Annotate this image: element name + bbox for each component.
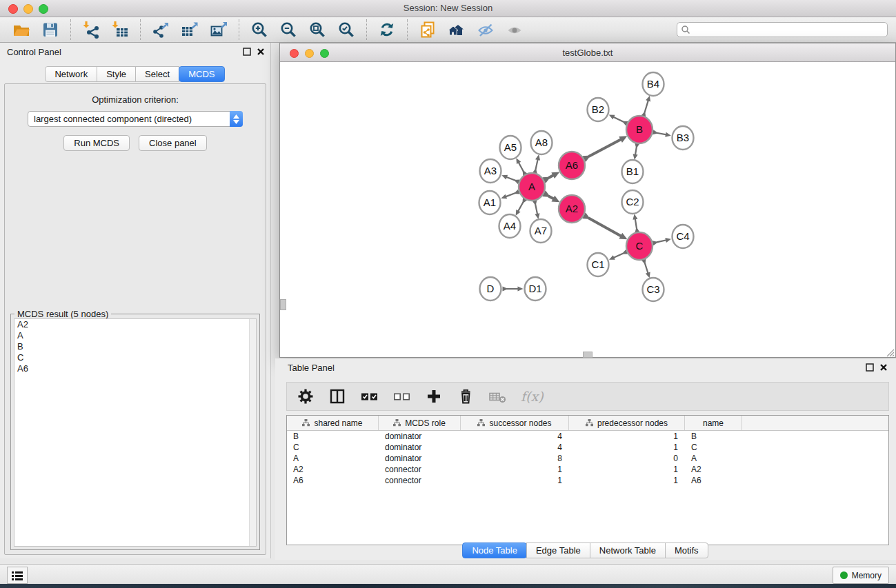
memory-button[interactable]: Memory xyxy=(833,567,889,584)
zoom-fit-button[interactable] xyxy=(307,19,328,40)
function-builder-button[interactable]: f(x) xyxy=(521,389,544,404)
deselect-all-icon[interactable] xyxy=(392,387,411,405)
column-header-mcds-role[interactable]: MCDS role xyxy=(379,416,461,430)
result-item[interactable]: B xyxy=(14,341,256,352)
desktop-background xyxy=(0,584,896,588)
tab-network[interactable]: Network xyxy=(45,66,97,82)
export-network-button[interactable] xyxy=(150,19,171,40)
graph-edge[interactable] xyxy=(588,139,622,156)
mcds-result-title: MCDS result (5 nodes) xyxy=(14,309,111,319)
graph-edge[interactable] xyxy=(588,218,622,236)
graph-edge[interactable] xyxy=(613,116,624,122)
network-window-titlebar[interactable]: testGlobe.txt xyxy=(280,43,895,62)
network-view-window: testGlobe.txt B4B2BB3A8A5A6A3B1AC2A1A2A4… xyxy=(279,43,896,358)
graph-edge[interactable] xyxy=(613,254,624,258)
export-table-button[interactable] xyxy=(179,19,200,40)
import-network-button[interactable] xyxy=(81,19,101,40)
search-icon xyxy=(681,25,690,34)
tab-network-table[interactable]: Network Table xyxy=(590,543,666,558)
column-header-predecessor-nodes[interactable]: predecessor nodes xyxy=(569,416,685,430)
result-item[interactable]: A6 xyxy=(14,363,256,374)
run-mcds-button[interactable]: Run MCDS xyxy=(63,135,130,151)
refresh-layout-button[interactable] xyxy=(377,19,397,40)
graph-edge[interactable] xyxy=(518,161,524,171)
graph-edge[interactable] xyxy=(535,159,538,170)
table-row[interactable]: A6connector11A6 xyxy=(287,475,888,486)
close-panel-icon[interactable] xyxy=(257,48,265,56)
resize-grip-icon[interactable] xyxy=(886,348,895,357)
table-cell: A2 xyxy=(685,464,742,475)
graph-node-label: A xyxy=(528,181,535,192)
result-scrollbar[interactable] xyxy=(249,319,256,546)
graph-edge[interactable] xyxy=(535,204,537,215)
vertical-scroll-thumb[interactable] xyxy=(280,299,286,310)
table-row[interactable]: Cdominator41C xyxy=(287,442,888,453)
hide-selected-button[interactable] xyxy=(475,19,496,40)
delete-column-trash-icon[interactable] xyxy=(457,387,475,405)
graph-edge[interactable] xyxy=(644,99,648,112)
cytoscape-app-window: Session: New Session xyxy=(0,0,896,588)
column-type-icon xyxy=(586,419,593,427)
show-columns-icon[interactable] xyxy=(328,387,346,405)
import-table-icon xyxy=(111,21,129,39)
tab-edge-table[interactable]: Edge Table xyxy=(526,543,590,558)
graph-edge[interactable] xyxy=(635,218,637,229)
mcds-result-group: MCDS result (5 nodes) A2ABCA6 xyxy=(10,314,260,550)
task-history-button[interactable] xyxy=(7,567,28,584)
table-cell: 1 xyxy=(461,475,569,486)
select-all-icon[interactable] xyxy=(360,387,379,405)
graph-edge[interactable] xyxy=(505,193,515,197)
table-row[interactable]: A2connector11A2 xyxy=(287,464,888,475)
zoom-in-button[interactable] xyxy=(249,19,270,40)
table-cell: dominator xyxy=(379,442,461,453)
result-item[interactable]: A2 xyxy=(14,319,256,330)
graph-edge[interactable] xyxy=(645,263,648,274)
graph-edge[interactable] xyxy=(517,202,523,212)
open-session-button[interactable] xyxy=(11,19,32,40)
tab-mcds[interactable]: MCDS xyxy=(179,66,224,82)
column-header-name[interactable]: name xyxy=(685,416,742,430)
result-item[interactable]: A xyxy=(14,330,256,341)
node-table: shared name MCDS role successor nodes pr… xyxy=(286,415,889,545)
mcds-panel: Optimization criterion: largest connecte… xyxy=(4,83,266,555)
criterion-dropdown[interactable]: largest connected component (directed) xyxy=(28,111,243,127)
home-view-button[interactable] xyxy=(446,19,467,40)
mcds-result-list[interactable]: A2ABCA6 xyxy=(14,318,257,547)
result-item[interactable]: C xyxy=(14,352,256,363)
tab-style[interactable]: Style xyxy=(97,66,136,82)
close-table-panel-icon[interactable] xyxy=(879,363,888,372)
add-column-plus-icon[interactable] xyxy=(425,387,443,405)
import-table-button[interactable] xyxy=(110,19,130,40)
search-input[interactable] xyxy=(690,24,884,35)
table-cell: A6 xyxy=(287,475,379,486)
float-table-panel-icon[interactable] xyxy=(866,363,874,372)
dropdown-stepper-icon xyxy=(230,111,243,127)
zoom-out-button[interactable] xyxy=(278,19,299,40)
tab-select[interactable]: Select xyxy=(135,66,179,82)
zoom-selected-button[interactable] xyxy=(336,19,357,40)
delete-table-icon[interactable] xyxy=(488,387,507,405)
open-folder-icon xyxy=(12,21,30,39)
save-session-button[interactable] xyxy=(40,19,61,40)
table-row[interactable]: Adominator80A xyxy=(287,453,888,464)
column-header-shared-name[interactable]: shared name xyxy=(287,416,379,430)
table-cell: connector xyxy=(379,475,461,486)
duplicate-network-button[interactable] xyxy=(417,19,438,40)
float-panel-icon[interactable] xyxy=(243,48,251,56)
search-field[interactable] xyxy=(677,22,888,37)
eye-slash-icon xyxy=(477,21,495,39)
close-panel-button[interactable]: Close panel xyxy=(139,135,207,151)
horizontal-scroll-thumb[interactable] xyxy=(583,352,593,358)
tab-node-table[interactable]: Node Table xyxy=(462,543,527,558)
show-all-button[interactable] xyxy=(504,19,525,40)
toolbar-separator xyxy=(239,19,239,40)
network-canvas[interactable]: B4B2BB3A8A5A6A3B1AC2A1A2A4A7C4CC1C3DD1 xyxy=(280,62,895,358)
column-header-successor-nodes[interactable]: successor nodes xyxy=(461,416,569,430)
table-row[interactable]: Bdominator41B xyxy=(287,431,888,442)
graph-node-label: C3 xyxy=(646,283,659,295)
column-header-empty xyxy=(742,416,888,430)
network-graph[interactable]: B4B2BB3A8A5A6A3B1AC2A1A2A4A7C4CC1C3DD1 xyxy=(280,62,895,358)
tab-motifs[interactable]: Motifs xyxy=(665,543,708,558)
export-image-button[interactable] xyxy=(208,19,229,40)
table-settings-gear-icon[interactable] xyxy=(297,387,315,405)
